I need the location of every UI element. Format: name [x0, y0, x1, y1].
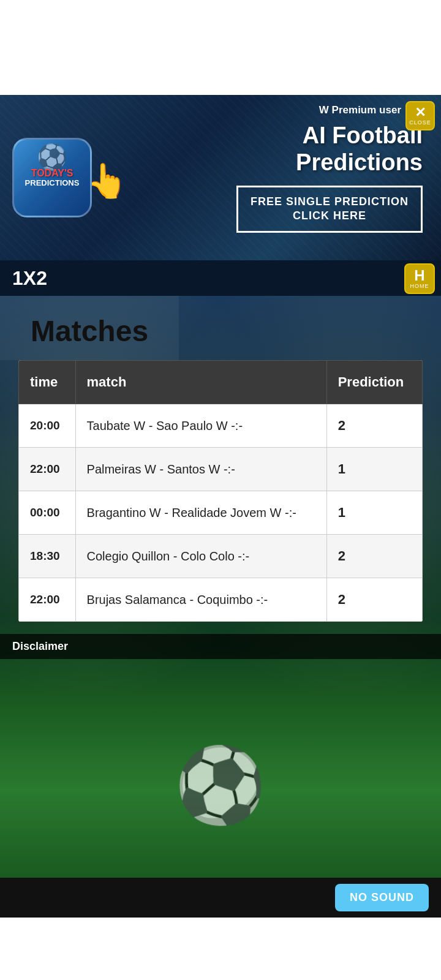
- close-icon: ✕: [415, 106, 426, 119]
- match-prediction: 2: [326, 404, 422, 448]
- table-row: 22:00Palmeiras W - Santos W -:-1: [19, 448, 423, 491]
- match-name: Colegio Quillon - Colo Colo -:-: [75, 535, 326, 578]
- banner-right: AI FootballPredictions FREE SINGLE PREDI…: [128, 123, 429, 232]
- close-button[interactable]: ✕ CLOSE: [405, 101, 435, 130]
- match-time: 22:00: [19, 448, 76, 491]
- table-row: 18:30Colegio Quillon - Colo Colo -:-2: [19, 535, 423, 578]
- top-white-area: [0, 0, 441, 95]
- match-name: Palmeiras W - Santos W -:-: [75, 448, 326, 491]
- table-header-row: time match Prediction: [19, 361, 423, 404]
- premium-label: W Premium user: [319, 104, 401, 116]
- match-prediction: 2: [326, 578, 422, 622]
- match-prediction: 2: [326, 535, 422, 578]
- hand-cursor-icon: 👆: [86, 161, 128, 201]
- home-icon: H: [414, 268, 424, 283]
- match-name: Brujas Salamanca - Coquimbo -:-: [75, 578, 326, 622]
- 1x2-bar: 1X2 H HOME: [0, 260, 441, 296]
- stadium-area: Matches time match Prediction 20:00Tauba…: [0, 296, 441, 878]
- matches-table: time match Prediction 20:00Taubate W - S…: [18, 360, 423, 622]
- today-text: TODAY'S: [31, 168, 74, 179]
- banner-area: W Premium user ✕ CLOSE ⚽ TODAY'S PREDICT…: [0, 95, 441, 260]
- match-header: match: [75, 361, 326, 404]
- soccer-ball-decoration: ⚽: [175, 742, 266, 829]
- bottom-bar: NO SOUND: [0, 878, 441, 918]
- prediction-header: Prediction: [326, 361, 422, 404]
- match-name: Bragantino W - Realidade Jovem W -:-: [75, 491, 326, 535]
- app-icon: ⚽ TODAY'S PREDICTIONS: [12, 138, 92, 217]
- table-row: 22:00Brujas Salamanca - Coquimbo -:-2: [19, 578, 423, 622]
- disclaimer-bar: Disclaimer: [0, 634, 441, 659]
- predictions-text: PREDICTIONS: [25, 178, 80, 187]
- home-label: HOME: [410, 283, 429, 289]
- home-button[interactable]: H HOME: [404, 263, 435, 294]
- match-time: 00:00: [19, 491, 76, 535]
- bottom-white-area: [0, 918, 441, 980]
- no-sound-button[interactable]: NO SOUND: [335, 884, 429, 911]
- close-label: CLOSE: [409, 119, 431, 126]
- table-row: 20:00Taubate W - Sao Paulo W -:-2: [19, 404, 423, 448]
- table-row: 00:00Bragantino W - Realidade Jovem W -:…: [19, 491, 423, 535]
- free-prediction-button[interactable]: FREE SINGLE PREDICTIONCLICK HERE: [236, 186, 423, 233]
- 1x2-label: 1X2: [12, 267, 47, 290]
- match-time: 18:30: [19, 535, 76, 578]
- ai-football-title: AI FootballPredictions: [296, 123, 423, 176]
- match-prediction: 1: [326, 491, 422, 535]
- matches-title: Matches: [0, 296, 179, 360]
- match-time: 22:00: [19, 578, 76, 622]
- match-prediction: 1: [326, 448, 422, 491]
- time-header: time: [19, 361, 76, 404]
- match-name: Taubate W - Sao Paulo W -:-: [75, 404, 326, 448]
- disclaimer-text: Disclaimer: [12, 640, 68, 652]
- match-time: 20:00: [19, 404, 76, 448]
